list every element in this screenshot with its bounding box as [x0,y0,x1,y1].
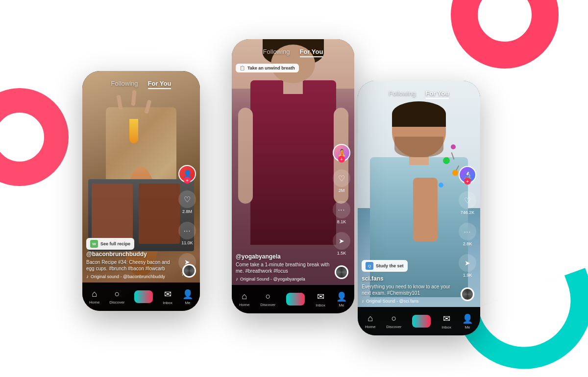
nav-me-left[interactable]: 👤 Me [182,289,193,305]
phones-area: Following For You 👤 + ♡ 2.8M ··· 11.0K [0,0,588,377]
plus-btn-left[interactable]: + [134,290,153,303]
bottom-nav-left: ⌂ Home ○ Discover + ✉ Inbox [82,283,200,311]
me-icon-center: 👤 [336,291,347,302]
side-actions-right: 🔬 + ♡ 746.2K ··· 2.8K ➤ 1.9K [459,166,476,301]
me-label-right: Me [465,325,470,330]
inbox-label-left: Inbox [163,301,172,305]
username-center: @yogabyangela [236,253,330,260]
comment-count-left: 11.0K [181,240,193,245]
sound-text-center: Original Sound - @yogabyangela [240,277,305,282]
tab-for-you-left[interactable]: For You [148,80,172,89]
video-info-left: @baconbrunchbuddy Bacon Recipe #34: Chee… [86,251,175,279]
nav-discover-center[interactable]: ○ Discover [260,291,275,307]
music-icon-right: ♪ [362,298,364,304]
plus-btn-center[interactable]: + [286,293,305,306]
username-right: sci.fans [362,275,456,282]
username-left: @baconbrunchbuddy [86,251,175,258]
comment-action-center[interactable]: ··· 8.1K [333,201,350,224]
plus-bg-center [286,293,305,306]
tab-following-left[interactable]: Following [111,80,138,89]
description-right: Everything you need to know to ace your … [362,283,456,296]
spinning-record-center [335,265,348,279]
like-action-left[interactable]: ♡ 2.8M [178,190,196,214]
nav-inbox-center[interactable]: ✉ Inbox [316,291,325,307]
tab-following-right[interactable]: Following [389,90,416,99]
avatar-center[interactable]: 🧘 + [333,144,350,162]
share-icon-right[interactable]: ➤ [459,254,476,272]
nav-me-center[interactable]: 👤 Me [336,291,347,307]
music-icon-center: ♪ [236,276,238,282]
phone-screen-center: Following For You 📋 Take an unwind breat… [232,39,354,313]
heart-icon-left[interactable]: ♡ [178,190,196,208]
nav-home-center[interactable]: ⌂ Home [239,291,249,307]
home-icon-center: ⌂ [242,291,247,302]
like-action-right[interactable]: ♡ 746.2K [459,191,476,215]
share-action-right[interactable]: ➤ 1.9K [459,254,476,278]
avatar-right[interactable]: 🔬 + [459,166,476,184]
inbox-label-right: Inbox [441,325,451,330]
side-actions-left: 👤 + ♡ 2.8M ··· 11.0K ➤ 76.1K [178,165,196,277]
like-action-center[interactable]: ♡ 2M [333,169,350,193]
recipe-icon-left: W [90,240,98,248]
inbox-icon-right: ✉ [443,313,450,324]
plus-bg-left [134,290,153,303]
phone-screen-right: Following For You 🔬 + ♡ 746.2K ··· 2.8K [358,81,480,335]
music-icon-left: ♪ [86,274,89,279]
nav-inbox-left[interactable]: ✉ Inbox [163,289,172,305]
discover-icon-center: ○ [265,291,270,302]
discover-label-right: Discover [386,325,401,329]
nav-discover-left[interactable]: ○ Discover [109,289,124,305]
comment-action-left[interactable]: ··· 11.0K [178,222,196,245]
recipe-banner-text: See full recipe [100,241,130,246]
nav-home-right[interactable]: ⌂ Home [365,313,375,329]
tab-for-you-center[interactable]: For You [300,48,323,57]
avatar-left[interactable]: 👤 + [178,165,196,183]
avatar-plus-center[interactable]: + [338,156,345,163]
home-icon-right: ⌂ [368,313,373,324]
tab-following-center[interactable]: Following [263,48,290,57]
discover-icon-left: ○ [114,289,120,299]
bottom-nav-center: ⌂ Home ○ Discover + ✉ Inbox [232,285,354,313]
nav-plus-center[interactable]: + [286,293,305,306]
nav-plus-right[interactable]: + [412,315,431,328]
share-icon-center[interactable]: ➤ [333,232,350,250]
comment-action-right[interactable]: ··· 2.8K [459,223,476,246]
discover-icon-right: ○ [391,313,396,324]
description-left: Bacon Recipe #34: Cheesy bacon and egg c… [86,259,175,272]
dots-icon-center[interactable]: ··· [333,201,350,218]
study-banner-text: Study the set [376,263,404,268]
inbox-icon-left: ✉ [164,289,172,300]
record-inner-center [336,267,347,278]
plus-btn-right[interactable]: + [412,315,431,328]
study-banner[interactable]: Q Study the set [362,260,408,272]
recipe-banner-left[interactable]: W See full recipe [86,238,134,250]
avatar-plus-left[interactable]: + [184,177,191,184]
dots-icon-left[interactable]: ··· [178,222,196,239]
dots-icon-right[interactable]: ··· [459,223,476,240]
description-center: Come take a 1-minute breathing break wit… [236,261,330,274]
tab-for-you-right[interactable]: For You [426,90,449,99]
nav-discover-right[interactable]: ○ Discover [386,313,401,329]
nav-plus-left[interactable]: + [134,290,153,303]
share-count-right: 1.9K [463,273,472,278]
unwind-banner-text: Take an unwind breath [247,66,295,71]
spinning-record-left [182,264,196,278]
unwind-banner[interactable]: 📋 Take an unwind breath [236,64,299,72]
comment-count-center: 8.1K [337,219,346,224]
heart-icon-right[interactable]: ♡ [459,191,476,209]
nav-inbox-right[interactable]: ✉ Inbox [441,313,451,330]
video-info-center: @yogabyangela Come take a 1-minute breat… [236,253,330,282]
me-icon-left: 👤 [182,289,193,300]
plus-bg-right [412,315,431,328]
heart-icon-center[interactable]: ♡ [333,169,350,187]
nav-me-right[interactable]: 👤 Me [462,313,473,330]
me-label-left: Me [185,301,190,305]
me-label-center: Me [339,303,344,307]
avatar-plus-right[interactable]: + [464,178,471,185]
sound-text-left: Original sound - @baconbrunchbuddy [91,274,165,279]
share-action-center[interactable]: ➤ 1.5K [333,232,350,256]
nav-home-left[interactable]: ⌂ Home [89,289,99,305]
discover-label-left: Discover [109,300,124,305]
phone-screen-left: Following For You 👤 + ♡ 2.8M ··· 11.0K [82,71,200,311]
share-count-center: 1.5K [337,251,346,256]
